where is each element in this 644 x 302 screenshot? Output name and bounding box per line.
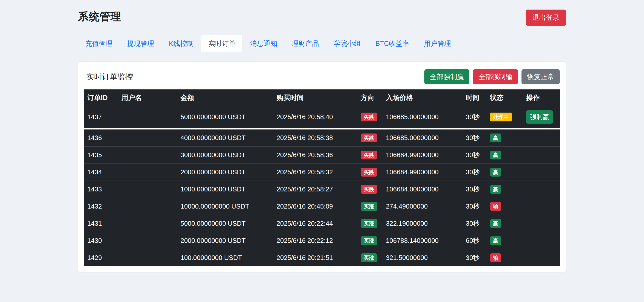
force-all-win-button[interactable]: 全部强制赢	[424, 69, 469, 84]
status-badge-cell: 赢	[487, 164, 523, 181]
action-cell	[523, 215, 560, 232]
direction-badge-cell: 买跌	[358, 147, 383, 164]
direction-badge: 买跌	[361, 151, 377, 159]
column-header: 时间	[463, 89, 487, 106]
force-all-lose-button[interactable]: 全部强制输	[473, 69, 518, 84]
username-cell	[118, 164, 177, 181]
order-id-cell: 1436	[84, 129, 118, 147]
direction-badge: 买涨	[361, 219, 377, 228]
order-id-cell: 1435	[84, 147, 118, 164]
action-cell	[523, 147, 560, 164]
column-header: 金额	[177, 89, 273, 106]
status-badge: 赢	[490, 219, 501, 228]
status-badge: 赢	[490, 168, 501, 177]
tab-提现管理[interactable]: 提现管理	[120, 35, 162, 52]
order-row: 14302000.00000000 USDT2025/6/16 20:22:12…	[84, 232, 560, 249]
buy-time-cell: 2025/6/16 20:21:51	[273, 249, 358, 266]
duration-cell: 30秒	[463, 215, 487, 232]
username-cell	[118, 198, 177, 215]
tab-BTC收益率[interactable]: BTC收益率	[368, 35, 417, 52]
status-badge-cell: 赢	[487, 232, 523, 249]
status-badge-cell: 赢	[487, 181, 523, 198]
username-cell	[118, 181, 177, 198]
buy-time-cell: 2025/6/16 20:58:38	[273, 129, 358, 147]
status-badge: 赢	[490, 185, 501, 194]
tab-充值管理[interactable]: 充值管理	[78, 35, 120, 52]
entry-price-cell: 321.50000000	[383, 249, 463, 266]
status-badge-cell: 输	[487, 198, 523, 215]
username-cell	[118, 249, 177, 266]
tab-用户管理[interactable]: 用户管理	[417, 35, 458, 52]
order-row: 14342000.00000000 USDT2025/6/16 20:58:32…	[84, 164, 560, 181]
column-header: 操作	[523, 89, 560, 106]
order-id-cell: 1432	[84, 198, 118, 215]
direction-badge: 买涨	[361, 236, 377, 245]
amount-cell: 4000.00000000 USDT	[177, 129, 273, 147]
entry-price-cell: 322.19000000	[383, 215, 463, 232]
direction-badge: 买跌	[361, 133, 377, 142]
buy-time-cell: 2025/6/16 20:58:40	[273, 106, 358, 129]
amount-cell: 100.00000000 USDT	[177, 249, 273, 266]
column-header: 购买时间	[273, 89, 358, 106]
action-cell	[523, 181, 560, 198]
order-row: 14353000.00000000 USDT2025/6/16 20:58:36…	[84, 147, 560, 164]
logout-button[interactable]: 退出登录	[526, 10, 566, 26]
action-cell	[523, 198, 560, 215]
table-header-row: 订单ID用户名金额购买时间方向入场价格时间状态操作	[84, 89, 560, 106]
direction-badge: 买涨	[361, 202, 377, 211]
tab-K线控制[interactable]: K线控制	[162, 35, 201, 52]
entry-price-cell: 106684.99000000	[383, 147, 463, 164]
status-badge: 输	[490, 253, 501, 262]
card-header: 实时订单监控 全部强制赢全部强制输恢复正常	[84, 68, 560, 85]
order-row: 143210000.00000000 USDT2025/6/16 20:45:0…	[84, 198, 560, 215]
duration-cell: 30秒	[463, 147, 487, 164]
amount-cell: 3000.00000000 USDT	[177, 147, 273, 164]
buy-time-cell: 2025/6/16 20:58:36	[273, 147, 358, 164]
force-win-button[interactable]: 强制赢	[526, 110, 553, 124]
entry-price-cell: 106684.99000000	[383, 164, 463, 181]
duration-cell: 30秒	[463, 198, 487, 215]
action-cell	[523, 129, 560, 147]
duration-cell: 30秒	[463, 106, 487, 129]
username-cell	[118, 129, 177, 147]
username-cell	[118, 106, 177, 129]
buy-time-cell: 2025/6/16 20:22:44	[273, 215, 358, 232]
tab-学院小组[interactable]: 学院小组	[326, 35, 368, 52]
column-header: 用户名	[118, 89, 177, 106]
tab-实时订单[interactable]: 实时订单	[201, 35, 243, 52]
order-row: 14364000.00000000 USDT2025/6/16 20:58:38…	[84, 129, 560, 147]
restore-normal-button[interactable]: 恢复正常	[521, 69, 560, 84]
duration-cell: 30秒	[463, 249, 487, 266]
order-id-cell: 1430	[84, 232, 118, 249]
tab-消息通知[interactable]: 消息通知	[243, 35, 285, 52]
entry-price-cell: 274.49000000	[383, 198, 463, 215]
amount-cell: 5000.00000000 USDT	[177, 215, 273, 232]
order-row: 14375000.00000000 USDT2025/6/16 20:58:40…	[84, 106, 560, 129]
action-cell	[523, 164, 560, 181]
tab-理财产品[interactable]: 理财产品	[285, 35, 326, 52]
order-row: 14331000.00000000 USDT2025/6/16 20:58:27…	[84, 181, 560, 198]
direction-badge-cell: 买跌	[358, 164, 383, 181]
orders-table: 订单ID用户名金额购买时间方向入场价格时间状态操作 14375000.00000…	[84, 89, 560, 266]
entry-price-cell: 106685.00000000	[383, 129, 463, 147]
main-container: 系统管理 退出登录 充值管理提现管理K线控制实时订单消息通知理财产品学院小组BT…	[78, 0, 566, 273]
action-cell	[523, 232, 560, 249]
username-cell	[118, 215, 177, 232]
duration-cell: 30秒	[463, 181, 487, 198]
direction-badge-cell: 买涨	[358, 215, 383, 232]
direction-badge-cell: 买涨	[358, 232, 383, 249]
status-badge: 赢	[490, 133, 501, 142]
panel-title: 实时订单监控	[86, 72, 133, 82]
buy-time-cell: 2025/6/16 20:58:27	[273, 181, 358, 198]
orders-card: 实时订单监控 全部强制赢全部强制输恢复正常 订单ID用户名金额购买时间方向入场价…	[78, 61, 566, 273]
amount-cell: 2000.00000000 USDT	[177, 164, 273, 181]
buy-time-cell: 2025/6/16 20:22:12	[273, 232, 358, 249]
duration-cell: 30秒	[463, 164, 487, 181]
status-badge-cell: 赢	[487, 215, 523, 232]
username-cell	[118, 147, 177, 164]
panel-actions: 全部强制赢全部强制输恢复正常	[421, 69, 560, 84]
column-header: 方向	[358, 89, 383, 106]
amount-cell: 1000.00000000 USDT	[177, 181, 273, 198]
duration-cell: 60秒	[463, 232, 487, 249]
order-row: 1429100.00000000 USDT2025/6/16 20:21:51买…	[84, 249, 560, 266]
